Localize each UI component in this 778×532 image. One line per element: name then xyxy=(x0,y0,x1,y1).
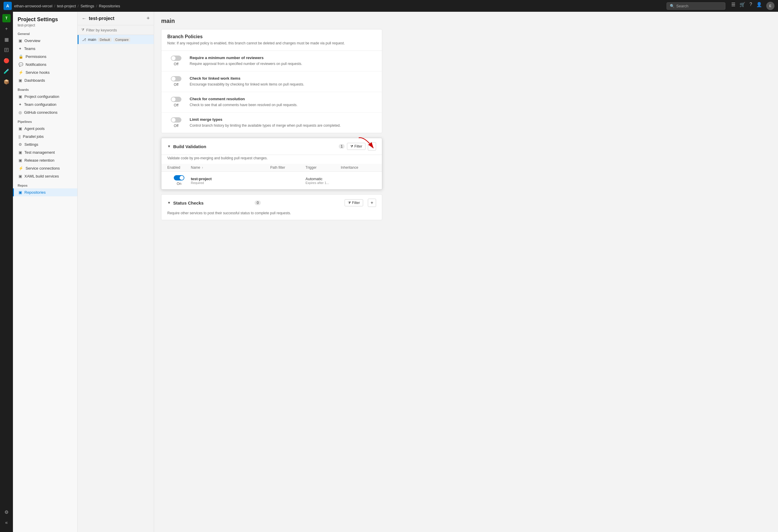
app-logo[interactable]: A xyxy=(4,2,12,10)
build-validation-wrapper: ▼ Build Validation 1 ⧩ Filter + Validate… xyxy=(161,138,382,190)
iconbar-artifacts[interactable]: 📦 xyxy=(2,77,11,86)
breadcrumb-repos[interactable]: Repositories xyxy=(99,4,120,8)
sidebar-label-github: GitHub connections xyxy=(24,110,57,115)
policy-content-merge: Limit merge types Control branch history… xyxy=(190,117,376,128)
sidebar-subtitle: test-project xyxy=(18,23,73,27)
toggle-reviewers[interactable] xyxy=(171,56,181,61)
sidebar-item-github[interactable]: ◎ GitHub connections xyxy=(13,108,77,116)
build-validation-header: ▼ Build Validation 1 ⧩ Filter + xyxy=(161,138,382,155)
breadcrumb-org[interactable]: ethan-arrowood-vercel xyxy=(14,4,52,8)
sidebar-item-teams[interactable]: ✦ Teams xyxy=(13,45,77,53)
permissions-icon: 🔒 xyxy=(18,55,23,59)
sidebar-item-settings[interactable]: ⚙ Settings xyxy=(13,141,77,149)
policy-row-comments: Off Check for comment resolution Check t… xyxy=(161,92,382,112)
back-button[interactable]: ← xyxy=(82,16,86,21)
breadcrumb-sep-2: / xyxy=(78,4,79,8)
col-header-name[interactable]: Name ↑ xyxy=(191,166,270,170)
topnav-icons: ☰ 🛒 ? 👤 E xyxy=(731,2,774,10)
status-filter-label: Filter xyxy=(352,201,360,205)
sidebar-item-team-config[interactable]: ✦ Team configuration xyxy=(13,100,77,108)
help-icon[interactable]: ? xyxy=(750,2,752,10)
page-title: main xyxy=(161,18,382,24)
list-icon[interactable]: ☰ xyxy=(731,2,735,10)
sidebar-label-project-config: Project configuration xyxy=(24,94,59,99)
branch-policies-card: Branch Policies Note: If any required po… xyxy=(161,29,382,133)
policy-row-merge: Off Limit merge types Control branch his… xyxy=(161,112,382,133)
policy-row-workitems: Off Check for linked work items Encourag… xyxy=(161,71,382,92)
build-validation-filter-button[interactable]: ⧩ Filter xyxy=(347,143,366,150)
sidebar-item-parallel-jobs[interactable]: || Parallel jobs xyxy=(13,132,77,141)
policy-desc-reviewers: Require approval from a specified number… xyxy=(190,61,376,67)
sidebar-item-agent-pools[interactable]: ▣ Agent pools xyxy=(13,124,77,132)
mid-panel-add-button[interactable]: + xyxy=(146,15,150,21)
sort-icon: ↑ xyxy=(202,166,203,169)
toggle-comments[interactable] xyxy=(171,97,181,102)
sidebar-label-teams: Teams xyxy=(24,47,35,51)
build-validation-title: Build Validation xyxy=(173,144,336,149)
iconbar-test[interactable]: 🧪 xyxy=(2,67,11,76)
branch-policies-header: Branch Policies Note: If any required po… xyxy=(161,29,382,51)
mid-panel-header: ← test-project + xyxy=(78,12,154,25)
dashboards-icon: ▣ xyxy=(18,78,22,83)
policy-desc-comments: Check to see that all comments have been… xyxy=(190,102,376,108)
branch-item-main[interactable]: ⎇ main Default Compare xyxy=(78,35,154,44)
test-mgmt-icon: ▣ xyxy=(18,150,22,155)
status-checks-filter-button[interactable]: ⧩ Filter xyxy=(344,199,363,206)
toggle-area-workitems: Off xyxy=(167,76,185,87)
breadcrumb-project[interactable]: test-project xyxy=(57,4,76,8)
github-icon: ◎ xyxy=(18,110,22,115)
bag-icon[interactable]: 🛒 xyxy=(740,2,746,10)
policy-content-workitems: Check for linked work items Encourage tr… xyxy=(190,76,376,87)
project-avatar[interactable]: T xyxy=(2,14,11,22)
sidebar-item-release-retention[interactable]: ▣ Release retention xyxy=(13,156,77,164)
sidebar-item-dashboards[interactable]: ▣ Dashboards xyxy=(13,76,77,84)
sidebar-item-notifications[interactable]: 💬 Notifications xyxy=(13,61,77,69)
sidebar-item-test-management[interactable]: ▣ Test management xyxy=(13,149,77,156)
breadcrumb-settings[interactable]: Settings xyxy=(81,4,94,8)
toggle-workitems[interactable] xyxy=(171,76,181,81)
toggle-merge[interactable] xyxy=(171,117,181,122)
row-toggle[interactable] xyxy=(174,175,184,180)
app-layout: T + ▦ 🔴 🧪 📦 ⚙ « Project Settings test-pr… xyxy=(0,12,778,532)
col-header-inheritance: Inheritance xyxy=(341,166,376,170)
mid-panel-title: test-project xyxy=(89,16,144,21)
iconbar-pipelines[interactable]: 🔴 xyxy=(2,56,11,65)
iconbar-add[interactable]: + xyxy=(2,24,11,33)
sidebar-item-project-config[interactable]: ▣ Project configuration xyxy=(13,93,77,100)
branch-policies-title: Branch Policies xyxy=(167,34,376,39)
search-box[interactable]: 🔍 Search xyxy=(667,2,725,10)
iconbar-chevron[interactable]: « xyxy=(2,518,11,527)
policy-desc-workitems: Encourage traceability by checking for l… xyxy=(190,82,376,87)
sidebar-item-repositories[interactable]: ▣ Repositories xyxy=(13,188,77,196)
policy-content-comments: Check for comment resolution Check to se… xyxy=(190,97,376,108)
build-validation-chevron[interactable]: ▼ xyxy=(167,144,171,149)
sidebar-section-general: General xyxy=(13,28,77,37)
user-icon[interactable]: 👤 xyxy=(756,2,762,10)
sidebar-item-service-connections[interactable]: ⚡ Service connections xyxy=(13,164,77,172)
sidebar-label-notifications: Notifications xyxy=(25,62,47,67)
sidebar-section-boards: Boards xyxy=(13,84,77,93)
sidebar-label-service-connections: Service connections xyxy=(25,166,60,171)
col-header-trigger: Trigger xyxy=(306,166,341,170)
sidebar-item-xaml[interactable]: ▣ XAML build services xyxy=(13,172,77,180)
build-validation-desc: Validate code by pre-merging and buildin… xyxy=(161,155,382,164)
mid-panel-filter: ⧩ xyxy=(78,25,154,35)
filter-input[interactable] xyxy=(86,28,150,32)
sidebar-item-service-hooks[interactable]: ⚡ Service hooks xyxy=(13,69,77,76)
sidebar-item-permissions[interactable]: 🔒 Permissions xyxy=(13,53,77,61)
status-checks-chevron[interactable]: ▼ xyxy=(167,201,171,205)
status-checks-add-button[interactable]: + xyxy=(368,199,376,207)
iconbar-settings[interactable]: ⚙ xyxy=(2,507,11,517)
policy-desc-merge: Control branch history by limiting the a… xyxy=(190,123,376,128)
iconbar-boards[interactable]: ▦ xyxy=(2,35,11,44)
build-validation-add-button[interactable]: + xyxy=(368,142,376,151)
xaml-icon: ▣ xyxy=(18,174,22,178)
iconbar-repos[interactable] xyxy=(2,45,11,55)
sidebar-item-overview[interactable]: ▣ Overview xyxy=(13,37,77,45)
policy-title-reviewers: Require a minimum number of reviewers xyxy=(190,56,376,60)
filter-btn-label: Filter xyxy=(354,144,362,149)
avatar[interactable]: E xyxy=(766,2,774,10)
sidebar-section-repos: Repos xyxy=(13,180,77,188)
sidebar-section-pipelines: Pipelines xyxy=(13,116,77,124)
agent-pools-icon: ▣ xyxy=(18,126,22,131)
